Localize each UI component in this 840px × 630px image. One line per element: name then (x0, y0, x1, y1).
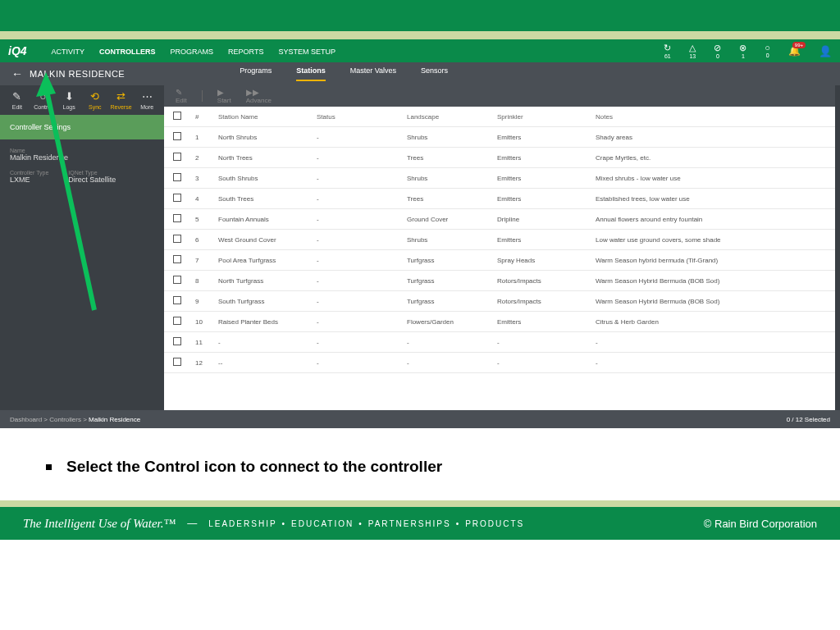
panel-title: Controller Settings (10, 123, 71, 131)
table-row[interactable]: 8North Turfgrass-TurfgrassRotors/Impacts… (164, 271, 835, 291)
bell-icon[interactable]: 🔔99+ (788, 45, 801, 57)
table-row[interactable]: 3South Shrubs-ShrubsEmittersMixed shrubs… (164, 168, 835, 189)
instruction-area: Select the Control icon to connect to th… (0, 428, 840, 500)
page-title: MALKIN RESIDENCE (30, 69, 125, 79)
col-header: # (190, 107, 213, 127)
footer-bar: Dashboard > Controllers > Malkin Residen… (0, 410, 840, 428)
crumb-sep: > (42, 416, 49, 423)
slide-top-bar (0, 0, 840, 31)
table-row[interactable]: 11----- (164, 332, 835, 353)
sync-icon: ⟲ (83, 90, 107, 103)
crumb-current: Malkin Residence (89, 416, 140, 423)
table-row[interactable]: 7Pool Area Turfgrass-TurfgrassSpray Head… (164, 250, 835, 271)
col-header: Station Name (213, 107, 312, 127)
app-body: ✎Edit○Control⬇Logs⟲Sync⇄Reverse⋯More Con… (0, 85, 840, 410)
toolbar-edit: ✎Edit (176, 88, 187, 104)
col-header: Landscape (402, 107, 492, 127)
logo: iQ4 (8, 44, 27, 57)
tool-edit[interactable]: ✎Edit (5, 90, 30, 110)
tool-control[interactable]: ○Control (31, 90, 56, 110)
slide-divider (0, 31, 840, 39)
control-icon: ○ (31, 90, 56, 103)
table-row[interactable]: 12------ (164, 353, 835, 373)
controller-settings-panel: Controller Settings (0, 115, 164, 139)
checkbox[interactable] (173, 317, 181, 325)
more-icon: ⋯ (135, 90, 159, 103)
slide-footer: The Intelligent Use of Water.™ — LEADERS… (0, 507, 840, 540)
status-stat[interactable]: ⊗1 (739, 43, 746, 59)
slogan: The Intelligent Use of Water.™ (23, 517, 176, 531)
sidebar: ✎Edit○Control⬇Logs⟲Sync⇄Reverse⋯More Con… (0, 85, 164, 410)
user-icon[interactable]: 👤 (819, 45, 832, 57)
status-stat[interactable]: ⊘0 (714, 43, 721, 59)
breadcrumb[interactable]: Dashboard > Controllers > Malkin Residen… (10, 416, 140, 423)
tab-programs[interactable]: Programs (240, 66, 272, 81)
col-header: Notes (591, 107, 835, 127)
slide-divider-bottom (0, 500, 840, 507)
name-value: Malkin Residence (10, 153, 154, 162)
checkbox[interactable] (173, 132, 181, 140)
nav-programs[interactable]: PROGRAMS (171, 48, 214, 56)
stations-table: #Station NameStatusLandscapeSprinklerNot… (164, 107, 835, 373)
selected-count: 0 / 12 Selected (787, 416, 830, 423)
checkbox[interactable] (173, 276, 181, 284)
tool-sync[interactable]: ⟲Sync (83, 90, 107, 110)
bell-badge: 99+ (792, 42, 806, 48)
nav-activity[interactable]: ACTIVITY (52, 48, 85, 56)
tabs: ProgramsStationsMaster ValvesSensors (240, 66, 448, 81)
nav-controllers[interactable]: CONTROLLERS (99, 48, 156, 56)
instruction-text: Select the Control icon to connect to th… (66, 458, 442, 475)
table-row[interactable]: 1North Shrubs-ShrubsEmittersShady areas (164, 127, 835, 148)
bullet-icon (46, 464, 52, 470)
table-row[interactable]: 10Raised Planter Beds-Flowers/GardenEmit… (164, 312, 835, 332)
checkbox[interactable] (173, 358, 181, 366)
tool-logs[interactable]: ⬇Logs (57, 90, 81, 110)
tool-more[interactable]: ⋯More (135, 90, 159, 110)
checkbox[interactable] (173, 214, 181, 222)
table-row[interactable]: 6West Ground Cover-ShrubsEmittersLow wat… (164, 230, 835, 250)
reverse-icon: ⇄ (109, 90, 134, 103)
checkbox[interactable] (173, 337, 181, 345)
checkbox[interactable] (173, 153, 181, 161)
col-header: Status (312, 107, 402, 127)
footer-words: LEADERSHIP•EDUCATION•PARTNERSHIPS•PRODUC… (208, 519, 524, 528)
side-info: Name Malkin Residence Controller Type LX… (0, 139, 164, 287)
tab-sensors[interactable]: Sensors (421, 66, 448, 81)
checkbox-all[interactable] (173, 112, 181, 120)
checkbox[interactable] (173, 296, 181, 304)
main-area: ✎Edit▶Start▶▶Advance #Station NameStatus… (164, 85, 840, 410)
col-header: Sprinkler (492, 107, 591, 127)
back-icon[interactable]: ← (11, 67, 23, 80)
status-stat[interactable]: △13 (689, 43, 696, 59)
table-wrap: #Station NameStatusLandscapeSprinklerNot… (164, 107, 835, 410)
ntype-label: IQNet Type (68, 170, 116, 176)
logs-icon: ⬇ (57, 90, 81, 103)
tab-master-valves[interactable]: Master Valves (350, 66, 396, 81)
col-header (164, 107, 190, 127)
status-stat[interactable]: ○0 (765, 43, 770, 59)
toolbar-advance: ▶▶Advance (246, 88, 272, 104)
checkbox[interactable] (173, 194, 181, 202)
ntype-value: Direct Satellite (68, 176, 116, 184)
table-row[interactable]: 4South Trees-TreesEmittersEstablished tr… (164, 189, 835, 209)
toolbar-start: ▶Start (217, 88, 231, 104)
crumb-sep: > (81, 416, 89, 423)
table-row[interactable]: 9South Turfgrass-TurfgrassRotors/Impacts… (164, 291, 835, 312)
checkbox[interactable] (173, 173, 181, 181)
crumb-dashboard[interactable]: Dashboard (10, 416, 42, 423)
app-screenshot: iQ4 ACTIVITYCONTROLLERSPROGRAMSREPORTSSY… (0, 39, 840, 428)
tool-reverse[interactable]: ⇄Reverse (109, 90, 134, 110)
checkbox[interactable] (173, 255, 181, 263)
nav-reports[interactable]: REPORTS (228, 48, 263, 56)
side-tools: ✎Edit○Control⬇Logs⟲Sync⇄Reverse⋯More (0, 85, 164, 115)
status-stat[interactable]: ↻61 (664, 43, 671, 59)
table-row[interactable]: 2North Trees-TreesEmittersCrape Myrtles,… (164, 148, 835, 168)
copyright: © Rain Bird Corporation (704, 518, 817, 530)
nav-system setup[interactable]: SYSTEM SETUP (278, 48, 336, 56)
edit-icon: ✎ (5, 90, 30, 103)
slogan-sep: — (187, 518, 197, 529)
checkbox[interactable] (173, 235, 181, 243)
table-row[interactable]: 5Fountain Annuals-Ground CoverDriplineAn… (164, 209, 835, 230)
tab-stations[interactable]: Stations (296, 66, 326, 81)
crumb-controllers[interactable]: Controllers (49, 416, 81, 423)
